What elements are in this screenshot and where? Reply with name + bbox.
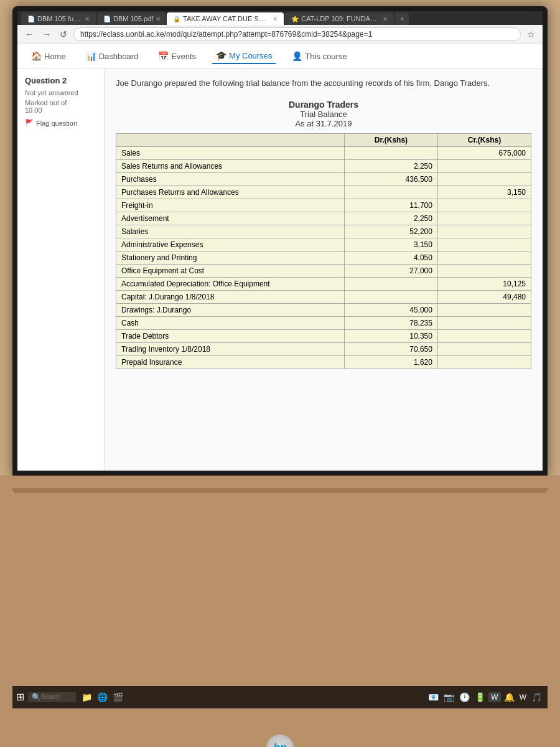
- screen-area: 📄 DBM 105 fun... ✕ 📄 DBM 105.pdf ✕ 🔒 TAK…: [12, 6, 548, 476]
- tab-4[interactable]: ⭐ CAT-LDP 109: FUNDAMENTALS ✕: [285, 12, 394, 25]
- company-name: Durango Traders: [116, 100, 531, 110]
- tab-3-close[interactable]: ✕: [273, 16, 278, 22]
- taskbar-battery-icon: 🔋: [473, 692, 487, 702]
- taskbar: ⊞ 🔍 📁 🌐 🎬 📧 📷 🕐 🔋 W 🔔 W 🎵: [12, 686, 548, 708]
- taskbar-spotify-icon[interactable]: 🎵: [530, 692, 544, 702]
- doc-date: As at 31.7.2019: [116, 119, 531, 128]
- moodle-nav: 🏠 Home 📊 Dashboard 📅 Events 🎓 My Courses…: [17, 44, 543, 68]
- marked-out-label: Marked out of 10.00: [25, 99, 96, 114]
- nav-this-course-label: This course: [305, 52, 347, 61]
- new-tab-button[interactable]: +: [395, 12, 409, 25]
- table-row: Sales 675,000: [116, 146, 531, 159]
- table-row: Advertisement 2,250: [116, 212, 531, 225]
- table-row: Sales Returns and Allowances 2,250: [116, 159, 531, 172]
- dr-cell: [344, 277, 437, 290]
- account-cell: Prepaid Insurance: [116, 355, 345, 369]
- account-cell: Purchases Returns and Allowances: [116, 186, 345, 199]
- cr-cell: 675,000: [437, 146, 531, 159]
- nav-events[interactable]: 📅 Events: [154, 49, 200, 63]
- taskbar-browser-icon[interactable]: 🌐: [95, 692, 110, 702]
- question-status: Not yet answered: [25, 89, 96, 96]
- account-cell: Administrative Expenses: [116, 238, 345, 251]
- cr-cell: [437, 316, 531, 329]
- dr-cell: 2,250: [344, 212, 437, 225]
- nav-my-courses-label: My Courses: [229, 51, 272, 60]
- this-course-icon: 👤: [292, 51, 302, 61]
- tab-2-label: DBM 105.pdf: [113, 15, 153, 22]
- account-cell: Office Equipment at Cost: [116, 264, 345, 277]
- account-cell: Advertisement: [116, 212, 345, 225]
- taskbar-camera-icon[interactable]: 📷: [442, 692, 456, 702]
- cr-cell: [437, 159, 531, 172]
- address-bar[interactable]: https://eclass.uonbi.ac.ke/mod/quiz/atte…: [73, 27, 521, 41]
- table-row: Trade Debtors 10,350: [116, 329, 531, 342]
- tab-1[interactable]: 📄 DBM 105 fun... ✕: [21, 12, 96, 25]
- cr-cell: [437, 355, 531, 369]
- table-row: Drawings: J.Durango 45,000: [116, 303, 531, 316]
- forward-button[interactable]: →: [40, 28, 54, 40]
- tab-2-close[interactable]: ✕: [156, 16, 161, 22]
- tab-2-icon: 📄: [103, 16, 111, 22]
- tab-bar: 📄 DBM 105 fun... ✕ 📄 DBM 105.pdf ✕ 🔒 TAK…: [17, 11, 543, 25]
- account-cell: Capital: J.Durango 1/8/2018: [116, 290, 345, 303]
- table-row: Stationery and Printing 4,050: [116, 251, 531, 264]
- table-row: Trading Inventory 1/8/2018 70,650: [116, 342, 531, 355]
- tab-4-label: CAT-LDP 109: FUNDAMENTALS: [301, 15, 380, 22]
- dr-cell: 2,250: [344, 159, 437, 172]
- taskbar-search-input[interactable]: [41, 693, 72, 700]
- tab-4-close[interactable]: ✕: [383, 16, 388, 22]
- nav-events-label: Events: [171, 52, 196, 61]
- table-row: Purchases 436,500: [116, 172, 531, 186]
- nav-dashboard[interactable]: 📊 Dashboard: [82, 49, 142, 63]
- account-cell: Freight-in: [116, 199, 345, 212]
- cr-cell: 3,150: [437, 186, 531, 199]
- taskbar-media-icon[interactable]: 🎬: [111, 692, 125, 702]
- col-dr-header: Dr.(Kshs): [344, 133, 437, 146]
- cr-cell: [437, 172, 531, 186]
- tab-3[interactable]: 🔒 TAKE AWAY CAT DUE SUNDAY 3... ✕: [167, 12, 284, 25]
- taskbar-word-icon[interactable]: W: [518, 693, 528, 702]
- table-row: Freight-in 11,700: [116, 199, 531, 212]
- cr-cell: [437, 199, 531, 212]
- dr-cell: 45,000: [344, 303, 437, 316]
- nav-this-course[interactable]: 👤 This course: [288, 49, 350, 63]
- taskbar-folder-icon[interactable]: 📁: [80, 692, 94, 702]
- cr-cell: 49,480: [437, 290, 531, 303]
- account-cell: Sales Returns and Allowances: [116, 159, 345, 172]
- cr-cell: [437, 225, 531, 238]
- nav-home-label: Home: [44, 52, 66, 61]
- question-label: Question 2: [25, 76, 96, 85]
- bookmark-button[interactable]: ☆: [525, 28, 538, 40]
- account-cell: Trade Debtors: [116, 329, 345, 342]
- dr-cell: [344, 186, 437, 199]
- taskbar-search-box[interactable]: 🔍: [28, 692, 76, 702]
- col-cr-header: Cr.(Kshs): [437, 133, 531, 146]
- col-account-header: [116, 133, 345, 146]
- dr-cell: 10,350: [344, 329, 437, 342]
- tab-3-icon: 🔒: [173, 16, 180, 22]
- nav-my-courses[interactable]: 🎓 My Courses: [212, 48, 276, 64]
- taskbar-mail-icon[interactable]: 📧: [426, 692, 441, 702]
- nav-home[interactable]: 🏠 Home: [27, 49, 70, 63]
- table-header-row: Dr.(Kshs) Cr.(Kshs): [116, 133, 531, 146]
- start-button[interactable]: ⊞: [16, 691, 24, 703]
- table-row: Capital: J.Durango 1/8/2018 49,480: [116, 290, 531, 303]
- flag-question-button[interactable]: 🚩 Flag question: [25, 119, 96, 127]
- refresh-button[interactable]: ↺: [57, 28, 70, 40]
- home-icon: 🏠: [31, 51, 42, 61]
- tab-2[interactable]: 📄 DBM 105.pdf ✕: [97, 12, 166, 25]
- dr-cell: 11,700: [344, 199, 437, 212]
- cr-cell: [437, 264, 531, 277]
- taskbar-volume-icon[interactable]: 🔔: [502, 692, 516, 702]
- back-button[interactable]: ←: [22, 28, 36, 40]
- doc-title: Trial Balance: [116, 110, 531, 119]
- question-text: Joe Durango prepared the following trial…: [116, 77, 531, 90]
- tab-1-close[interactable]: ✕: [85, 16, 90, 22]
- tab-1-icon: 📄: [27, 16, 35, 22]
- dashboard-icon: 📊: [86, 51, 96, 61]
- cr-cell: [437, 342, 531, 355]
- dr-cell: [344, 290, 437, 303]
- account-cell: Purchases: [116, 172, 345, 186]
- question-area: Joe Durango prepared the following trial…: [105, 68, 543, 471]
- flag-label: Flag question: [36, 120, 77, 127]
